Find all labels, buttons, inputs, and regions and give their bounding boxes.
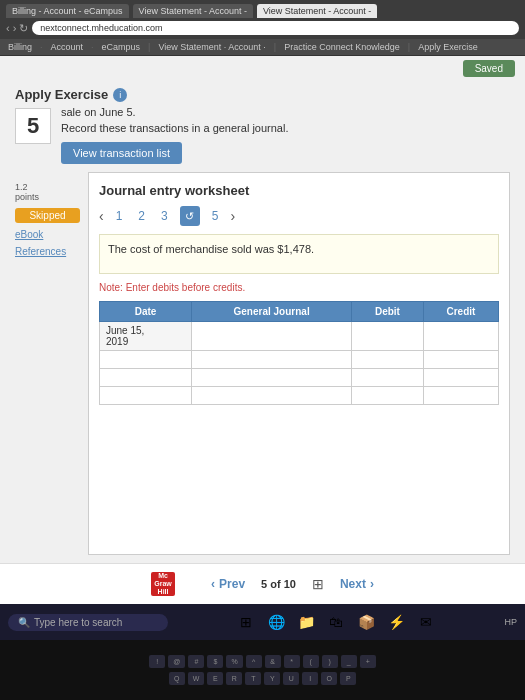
key-o[interactable]: O bbox=[321, 672, 337, 685]
app-nav: Billing · Account · eCampus | View State… bbox=[0, 39, 525, 56]
save-area: Saved bbox=[0, 56, 525, 81]
page-1[interactable]: 1 bbox=[112, 208, 127, 224]
key-plus[interactable]: + bbox=[360, 655, 376, 668]
general-cell-2[interactable] bbox=[192, 351, 352, 369]
points-label: 1.2points bbox=[15, 182, 80, 202]
debit-cell-1[interactable] bbox=[352, 322, 424, 351]
journal-table: Date General Journal Debit Credit June 1… bbox=[99, 301, 499, 405]
key-5[interactable]: % bbox=[226, 655, 242, 668]
taskbar-icon-dropbox[interactable]: 📦 bbox=[354, 610, 378, 634]
general-cell-1[interactable] bbox=[192, 322, 352, 351]
browser-address-bar: ‹ › ↻ nextconnect.mheducation.com bbox=[6, 21, 519, 35]
credit-cell-4[interactable] bbox=[423, 387, 498, 405]
view-transaction-button[interactable]: View transaction list bbox=[61, 142, 182, 164]
taskbar-icon-windows[interactable]: ⊞ bbox=[234, 610, 258, 634]
nav-ecampus[interactable]: eCampus bbox=[102, 42, 141, 52]
credit-cell-1[interactable] bbox=[423, 322, 498, 351]
date-cell-4 bbox=[100, 387, 192, 405]
apply-exercise-title: Apply Exercise bbox=[15, 87, 108, 102]
left-sidebar: 1.2points Skipped eBook References bbox=[15, 172, 80, 555]
record-text: Record these transactions in a general j… bbox=[61, 122, 510, 134]
key-minus[interactable]: _ bbox=[341, 655, 357, 668]
debit-cell-3[interactable] bbox=[352, 369, 424, 387]
key-4[interactable]: $ bbox=[207, 655, 223, 668]
key-t[interactable]: T bbox=[245, 672, 261, 685]
taskbar-icon-store[interactable]: 🛍 bbox=[324, 610, 348, 634]
nav-practice[interactable]: Practice Connect Knowledge bbox=[284, 42, 400, 52]
save-button[interactable]: Saved bbox=[463, 60, 515, 77]
note-text: Note: Enter debits before credits. bbox=[99, 282, 499, 293]
col-header-date: Date bbox=[100, 302, 192, 322]
table-row bbox=[100, 369, 499, 387]
nav-billing[interactable]: Billing bbox=[8, 42, 32, 52]
key-p[interactable]: P bbox=[340, 672, 356, 685]
page-2[interactable]: 2 bbox=[134, 208, 149, 224]
taskbar-icons: ⊞ 🌐 📁 🛍 📦 ⚡ ✉ bbox=[174, 610, 498, 634]
grid-icon[interactable]: ⊞ bbox=[312, 576, 324, 592]
key-w[interactable]: W bbox=[188, 672, 205, 685]
col-header-credit: Credit bbox=[423, 302, 498, 322]
worksheet-title: Journal entry worksheet bbox=[99, 183, 499, 198]
browser-tab-2[interactable]: View Statement - Account - bbox=[133, 4, 253, 18]
date-cell-1: June 15,2019 bbox=[100, 322, 192, 351]
page-indicator: 5 of 10 bbox=[261, 578, 296, 590]
search-placeholder-text: Type here to search bbox=[34, 617, 122, 628]
col-header-general: General Journal bbox=[192, 302, 352, 322]
apply-exercise-header: Apply Exercise i bbox=[0, 81, 525, 106]
step-number: 5 bbox=[15, 108, 51, 144]
debit-cell-2[interactable] bbox=[352, 351, 424, 369]
prev-button[interactable]: ‹ Prev bbox=[211, 577, 245, 591]
key-i[interactable]: I bbox=[302, 672, 318, 685]
key-r[interactable]: R bbox=[226, 672, 242, 685]
refresh-icon[interactable]: ↻ bbox=[19, 22, 28, 35]
key-8[interactable]: * bbox=[284, 655, 300, 668]
taskbar-icon-folder[interactable]: 📁 bbox=[294, 610, 318, 634]
key-3[interactable]: # bbox=[188, 655, 204, 668]
key-q[interactable]: Q bbox=[169, 672, 185, 685]
key-y[interactable]: Y bbox=[264, 672, 280, 685]
page-4-refresh[interactable]: ↺ bbox=[180, 206, 200, 226]
taskbar-icon-browser[interactable]: 🌐 bbox=[264, 610, 288, 634]
browser-tab-1[interactable]: Billing - Account - eCampus bbox=[6, 4, 129, 18]
forward-icon[interactable]: › bbox=[13, 22, 17, 35]
url-bar[interactable]: nextconnect.mheducation.com bbox=[32, 21, 519, 35]
credit-cell-3[interactable] bbox=[423, 369, 498, 387]
nav-account[interactable]: Account bbox=[51, 42, 84, 52]
keyboard-row-2: Q W E R T Y U I O P bbox=[169, 672, 357, 685]
page-5[interactable]: 5 bbox=[208, 208, 223, 224]
debit-cell-4[interactable] bbox=[352, 387, 424, 405]
info-box: The cost of merchandise sold was $1,478. bbox=[99, 234, 499, 274]
nav-apply[interactable]: Apply Exercise bbox=[418, 42, 478, 52]
next-button[interactable]: Next › bbox=[340, 577, 374, 591]
page-next-arrow[interactable]: › bbox=[230, 208, 235, 224]
right-main: Journal entry worksheet ‹ 1 2 3 ↺ 5 › Th… bbox=[88, 172, 510, 555]
info-icon[interactable]: i bbox=[113, 88, 127, 102]
general-cell-3[interactable] bbox=[192, 369, 352, 387]
prev-arrow-icon: ‹ bbox=[211, 577, 215, 591]
key-2[interactable]: @ bbox=[168, 655, 185, 668]
taskbar-icon-arrow[interactable]: ⚡ bbox=[384, 610, 408, 634]
taskbar-icon-mail[interactable]: ✉ bbox=[414, 610, 438, 634]
table-row bbox=[100, 351, 499, 369]
key-e[interactable]: E bbox=[207, 672, 223, 685]
key-6[interactable]: ^ bbox=[246, 655, 262, 668]
page-3[interactable]: 3 bbox=[157, 208, 172, 224]
key-10[interactable]: ) bbox=[322, 655, 338, 668]
mcgraw-hill-logo: McGrawHill bbox=[151, 572, 175, 596]
references-link[interactable]: References bbox=[15, 246, 80, 257]
key-7[interactable]: & bbox=[265, 655, 281, 668]
back-icon[interactable]: ‹ bbox=[6, 22, 10, 35]
nav-view-statement[interactable]: View Statement · Account · bbox=[158, 42, 265, 52]
taskbar-search[interactable]: 🔍 Type here to search bbox=[8, 614, 168, 631]
ebook-link[interactable]: eBook bbox=[15, 229, 80, 240]
key-u[interactable]: U bbox=[283, 672, 299, 685]
key-1[interactable]: ! bbox=[149, 655, 165, 668]
pagination: ‹ 1 2 3 ↺ 5 › bbox=[99, 206, 499, 226]
page-prev-arrow[interactable]: ‹ bbox=[99, 208, 104, 224]
browser-tab-3[interactable]: View Statement - Account - bbox=[257, 4, 377, 18]
general-cell-4[interactable] bbox=[192, 387, 352, 405]
credit-cell-2[interactable] bbox=[423, 351, 498, 369]
next-label: Next bbox=[340, 577, 366, 591]
sale-text: sale on June 5. bbox=[61, 106, 510, 118]
key-9[interactable]: ( bbox=[303, 655, 319, 668]
